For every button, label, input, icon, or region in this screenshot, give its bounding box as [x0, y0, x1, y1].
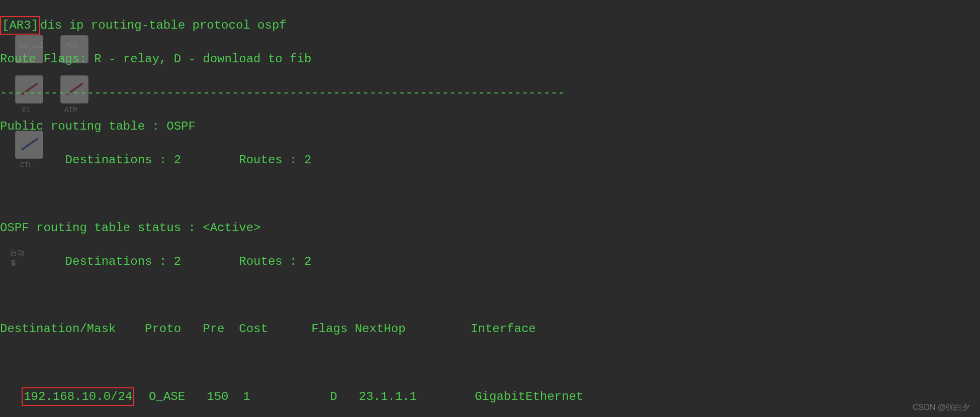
route-flags-line: Route Flags: R - relay, D - download to … — [0, 51, 980, 68]
public-table-line: Public routing table : OSPF — [0, 118, 980, 135]
blank-line — [0, 186, 980, 203]
active-status-line: OSPF routing table status : <Active> — [0, 220, 980, 237]
command-text: dis ip routing-table protocol ospf — [40, 19, 287, 32]
terminal-output[interactable]: [AR3]dis ip routing-table protocol ospf … — [0, 0, 980, 417]
highlight-prompt-ar3: [AR3] — [0, 16, 40, 35]
table-headers: Destination/Mask Proto Pre Cost Flags Ne… — [0, 321, 980, 338]
command-line: [AR3]dis ip routing-table protocol ospf — [0, 17, 980, 34]
active-dests-line: Destinations : 2 Routes : 2 — [0, 253, 980, 270]
blank-line — [0, 287, 980, 304]
route-dest: 192.168.10.0/24 — [24, 390, 132, 403]
public-dests-line: Destinations : 2 Routes : 2 — [0, 152, 980, 169]
blank-line — [0, 354, 980, 371]
route-details: O_ASE 150 1 D 23.1.1.1 GigabitEthernet — [134, 390, 583, 403]
prompt-text: [AR3] — [2, 19, 38, 32]
route-prefix — [0, 390, 22, 403]
watermark-text: CSDN @张白夕 — [913, 402, 970, 413]
separator-line: ----------------------------------------… — [0, 84, 980, 101]
highlight-dest-1: 192.168.10.0/24 — [22, 387, 134, 406]
route-row-1: 192.168.10.0/24 O_ASE 150 1 D 23.1.1.1 G… — [0, 388, 980, 405]
